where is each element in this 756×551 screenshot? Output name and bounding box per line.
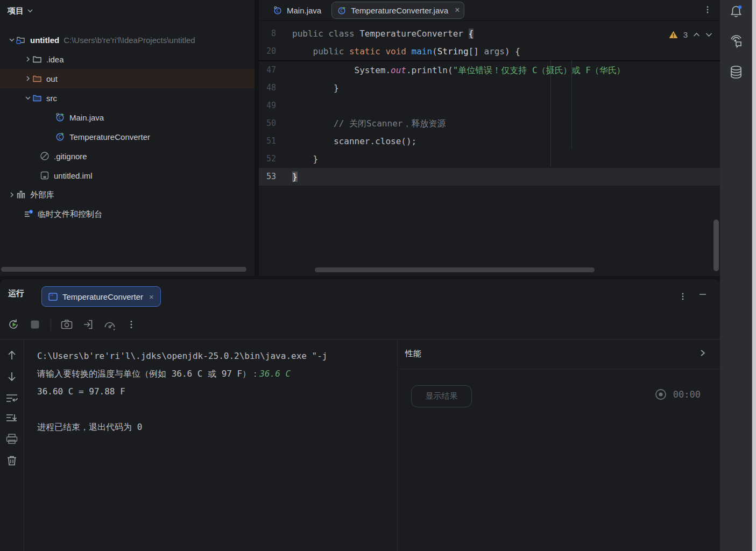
next-problem-icon[interactable] [705,32,712,37]
ignore-file-icon [40,151,50,161]
chevron-right-icon[interactable] [700,349,706,359]
attach-process-icon[interactable] [81,317,95,331]
code-line-sticky: 8 public class TemperatureConverter { [259,25,720,43]
close-tab-icon[interactable]: × [455,5,460,15]
line-number: 20 [259,43,276,60]
console-line: 请输入要转换的温度与单位（例如 36.6 C 或 97 F）：36.6 C [37,365,397,383]
inspections-widget[interactable]: 3 [669,30,712,39]
minimize-panel-icon[interactable] [698,290,708,300]
run-console-output[interactable]: C:\Users\b're'ri'l\.jdks\openjdk-25.0.2\… [25,340,397,551]
print-icon[interactable] [5,432,19,446]
libraries-icon [16,190,26,200]
warning-icon [669,31,678,39]
run-panel-title: 运行 [8,288,24,299]
record-icon [655,388,667,400]
code-line: 48 } [259,79,720,97]
up-stack-trace-icon[interactable] [5,348,19,362]
ai-assistant-icon[interactable] [727,32,745,50]
module-file-icon [40,171,50,180]
tree-row-root-untitled[interactable]: untitled C:\Users\b're'ri'l\IdeaProjects… [0,30,255,50]
tab-options-kebab-icon[interactable] [704,5,711,16]
performance-header[interactable]: 性能 [398,340,720,369]
console-line: 36.60 C = 97.88 F [37,383,397,400]
close-run-tab-icon[interactable]: × [149,292,154,301]
project-tree: untitled C:\Users\b're'ri'l\IdeaProjects… [0,30,255,224]
chevron-right-icon[interactable] [8,190,16,199]
tree-item-label: Main.java [69,113,104,122]
run-tab-label: TemperatureConverter [62,292,143,301]
tree-item-label: .idea [46,55,64,64]
tree-row-untitled-iml[interactable]: untitled.iml [0,166,255,185]
svg-text:C: C [276,8,279,13]
performance-title: 性能 [405,349,421,359]
tab-temperatureconverter-java[interactable]: C TemperatureConverter.java × [331,2,464,19]
tree-row-external-libraries[interactable]: 外部库 [0,185,255,204]
run-tab-temperatureconverter[interactable]: TemperatureConverter × [41,286,161,307]
down-stack-trace-icon[interactable] [5,370,19,384]
project-horizontal-scrollbar[interactable] [1,267,246,272]
right-toolbar-strip [720,0,752,551]
chevron-right-icon[interactable] [24,55,32,63]
editor-vertical-scrollbar[interactable] [713,220,719,271]
performance-panel: 性能 显示结果 00:00 [397,340,720,551]
tree-row-scratches[interactable]: 临时文件和控制台 [0,204,255,224]
line-number: 49 [259,97,276,115]
tab-main-java[interactable]: C Main.java [267,2,327,19]
clear-console-trash-icon[interactable] [5,454,19,468]
java-class-icon: C [55,132,65,142]
scroll-to-end-icon[interactable] [5,412,19,426]
scratches-icon [24,209,33,219]
profiler-gauge-icon[interactable] [103,317,117,331]
show-results-button[interactable]: 显示结果 [411,385,472,407]
editor-tab-bar: C Main.java C TemperatureConverter.java … [259,0,720,21]
chevron-right-icon[interactable] [24,74,32,83]
code-line: 50 // 关闭Scanner，释放资源 [259,115,720,132]
notifications-bell-icon[interactable] [727,3,745,20]
console-line: C:\Users\b're'ri'l\.jdks\openjdk-25.0.2\… [37,347,397,365]
tree-row-main-java[interactable]: C Main.java [0,108,255,127]
code-line: 49 [259,97,720,115]
chevron-down-icon[interactable] [8,36,16,44]
stop-button[interactable] [28,317,42,331]
tab-label: Main.java [287,6,321,15]
tree-row-out[interactable]: out [0,69,255,88]
chevron-down-icon[interactable] [24,94,32,102]
soft-wrap-icon[interactable] [5,391,19,405]
profiler-snapshot-camera-icon[interactable] [60,317,74,331]
window-edge-scrollbar[interactable] [752,0,756,551]
tree-item-label: .gitignore [54,152,87,161]
recording-timer: 00:00 [655,388,701,400]
tree-row-src[interactable]: src [0,88,255,108]
tree-item-label: untitled.iml [54,171,93,180]
tree-row-temperatureconverter[interactable]: C TemperatureConverter [0,127,255,146]
line-number: 51 [259,132,276,150]
line-number: 47 [259,61,276,79]
project-header[interactable]: 项目 [8,4,33,17]
code-line-sticky: 20 public static void main(String[] args… [259,43,720,60]
more-options-kebab-icon[interactable] [124,317,138,331]
line-number: 50 [259,115,276,132]
database-icon[interactable] [727,63,745,81]
line-number: 52 [259,150,276,168]
prev-problem-icon[interactable] [693,32,700,37]
rerun-button[interactable] [6,317,20,331]
tree-row-idea[interactable]: .idea [0,50,255,69]
timer-value: 00:00 [673,389,701,400]
svg-text:C: C [59,115,61,121]
code-line: 47 System.out.println("单位错误！仅支持 C（摄氏）或 F… [259,61,720,79]
code-editor[interactable]: 8 public class TemperatureConverter { 20… [259,22,720,276]
run-toolbar [0,309,720,340]
tree-row-gitignore[interactable]: .gitignore [0,146,255,166]
project-tool-window: 项目 untitled C:\Users\b're'ri'l\IdeaProje… [0,0,255,276]
folder-icon [32,74,42,83]
run-options-kebab-icon[interactable] [679,292,687,303]
tree-item-label: 外部库 [30,190,54,200]
editor-horizontal-scrollbar[interactable] [315,267,595,272]
run-tool-window: 运行 TemperatureConverter × [0,279,720,551]
code-line: 51 scanner.close(); [259,132,720,150]
java-class-icon: C [337,6,347,15]
project-folder-icon [16,35,26,45]
folder-icon [32,93,42,103]
chevron-down-icon [27,8,33,14]
console-line [37,400,397,418]
